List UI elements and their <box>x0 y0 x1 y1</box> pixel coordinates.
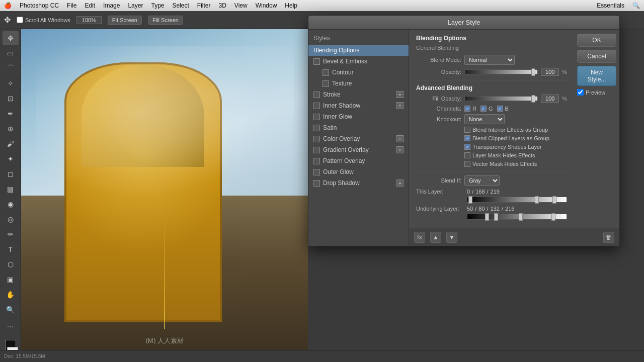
blend-interior-checkbox[interactable] <box>464 127 470 133</box>
fill-opacity-thumb[interactable] <box>531 95 535 103</box>
zoom-tool[interactable]: 🔍 <box>3 303 19 317</box>
blur-tool[interactable]: ◉ <box>3 197 19 211</box>
clone-tool[interactable]: ✦ <box>3 152 19 166</box>
opacity-slider-thumb[interactable] <box>531 68 535 76</box>
bevel-emboss-item[interactable]: Bevel & Emboss <box>308 56 409 67</box>
menu-select[interactable]: Select <box>172 2 189 9</box>
menu-view[interactable]: View <box>234 2 248 9</box>
stroke-add-button[interactable]: + <box>396 91 404 98</box>
color-overlay-checkbox[interactable] <box>313 136 320 142</box>
texture-item[interactable]: Texture <box>308 78 409 89</box>
stroke-checkbox[interactable] <box>313 92 320 98</box>
gradient-tool[interactable]: ▤ <box>3 182 19 196</box>
this-layer-thumb-mid[interactable] <box>535 196 539 204</box>
dodge-tool[interactable]: ◎ <box>3 212 19 226</box>
search-icon[interactable]: 🔍 <box>632 2 640 9</box>
cancel-button[interactable]: Cancel <box>577 50 616 63</box>
move-tool-icon[interactable]: ✥ <box>4 15 11 25</box>
healing-tool[interactable]: ⊕ <box>3 122 19 136</box>
more-tools[interactable]: … <box>3 318 19 332</box>
texture-checkbox[interactable] <box>323 80 329 87</box>
inner-glow-checkbox[interactable] <box>313 114 320 120</box>
menu-layer[interactable]: Layer <box>128 2 143 9</box>
move-down-icon[interactable]: ▼ <box>446 232 457 243</box>
underlying-thumb-left[interactable] <box>485 213 489 221</box>
menu-file[interactable]: File <box>67 2 76 9</box>
contour-checkbox[interactable] <box>323 69 329 76</box>
inner-shadow-checkbox[interactable] <box>313 103 320 109</box>
drop-shadow-item[interactable]: Drop Shadow + <box>308 177 409 189</box>
menu-photoshop[interactable]: Photoshop CC <box>20 2 59 9</box>
knockout-select[interactable]: None Shallow Deep <box>464 114 505 124</box>
color-overlay-add-button[interactable]: + <box>396 135 404 142</box>
zoom-input[interactable] <box>76 16 102 24</box>
underlying-thumb-mid-left[interactable] <box>494 213 498 221</box>
this-layer-slider[interactable] <box>467 197 567 203</box>
satin-checkbox[interactable] <box>313 125 320 131</box>
move-up-icon[interactable]: ▲ <box>430 232 441 243</box>
opacity-input[interactable] <box>541 68 559 76</box>
menu-filter[interactable]: Filter <box>197 2 211 9</box>
fill-opacity-input[interactable] <box>541 95 559 103</box>
menu-type[interactable]: Type <box>151 2 164 9</box>
menu-image[interactable]: Image <box>103 2 120 9</box>
satin-item[interactable]: Satin <box>308 122 409 133</box>
move-tool[interactable]: ✥ <box>3 31 19 45</box>
selection-tool[interactable]: ▭ <box>3 46 19 60</box>
contour-item[interactable]: Contour <box>308 67 409 78</box>
shape-tool[interactable]: ▣ <box>3 273 19 287</box>
gradient-overlay-item[interactable]: Gradient Overlay + <box>308 144 409 155</box>
inner-shadow-add-button[interactable]: + <box>396 102 404 109</box>
blend-mode-select[interactable]: Normal Dissolve Multiply Screen Overlay <box>464 55 515 65</box>
r-channel-checkbox[interactable]: ✓ <box>464 106 470 112</box>
scroll-all-checkbox[interactable] <box>17 17 23 23</box>
eraser-tool[interactable]: ◻ <box>3 167 19 181</box>
underlying-thumb-right[interactable] <box>551 213 555 221</box>
pen-tool[interactable]: ✏ <box>3 227 19 241</box>
transparency-checkbox[interactable]: ✓ <box>464 144 470 150</box>
opacity-slider-track[interactable] <box>464 69 538 74</box>
gradient-overlay-checkbox[interactable] <box>313 147 320 153</box>
color-overlay-item[interactable]: Color Overlay + <box>308 133 409 144</box>
underlying-layer-slider[interactable] <box>467 214 567 220</box>
outer-glow-item[interactable]: Outer Glow <box>308 166 409 177</box>
stroke-item[interactable]: Stroke + <box>308 89 409 100</box>
fit-screen-button[interactable]: Fit Screen <box>108 16 142 25</box>
bevel-emboss-checkbox[interactable] <box>313 58 320 65</box>
layer-mask-checkbox[interactable] <box>464 152 470 158</box>
blend-if-select[interactable]: Gray Red Green Blue <box>464 175 500 186</box>
outer-glow-checkbox[interactable] <box>313 169 320 175</box>
pattern-overlay-item[interactable]: Pattern Overlay <box>308 155 409 166</box>
crop-tool[interactable]: ⊡ <box>3 92 19 106</box>
delete-icon[interactable]: 🗑 <box>603 232 614 243</box>
b-channel-checkbox[interactable]: ✓ <box>497 106 503 112</box>
text-tool[interactable]: T <box>3 242 19 256</box>
path-tool[interactable]: ⬡ <box>3 257 19 272</box>
this-layer-thumb-left[interactable] <box>468 196 472 204</box>
blending-options-item[interactable]: Blending Options <box>308 45 409 56</box>
lasso-tool[interactable]: ⌒ <box>3 61 19 75</box>
menu-3d[interactable]: 3D <box>219 2 226 9</box>
pattern-overlay-checkbox[interactable] <box>313 158 320 164</box>
underlying-thumb-mid-right[interactable] <box>519 213 523 221</box>
new-style-button[interactable]: New Style... <box>577 66 616 86</box>
g-channel-checkbox[interactable]: ✓ <box>480 106 487 112</box>
gradient-overlay-add-button[interactable]: + <box>396 146 404 153</box>
inner-shadow-item[interactable]: Inner Shadow + <box>308 100 409 111</box>
hand-tool[interactable]: ✋ <box>3 288 19 302</box>
eyedropper-tool[interactable]: ✒ <box>3 107 19 121</box>
magic-wand-tool[interactable]: ✧ <box>3 76 19 90</box>
fx-icon[interactable]: fx <box>414 232 425 243</box>
inner-glow-item[interactable]: Inner Glow <box>308 111 409 122</box>
ok-button[interactable]: OK <box>577 34 616 47</box>
menu-window[interactable]: Window <box>256 2 277 9</box>
vector-mask-checkbox[interactable] <box>464 161 470 167</box>
this-layer-thumb-right[interactable] <box>552 196 556 204</box>
fill-opacity-slider[interactable] <box>464 96 538 101</box>
preview-checkbox[interactable] <box>577 89 584 96</box>
blend-clipped-checkbox[interactable]: ✓ <box>464 135 470 141</box>
drop-shadow-checkbox[interactable] <box>313 180 320 187</box>
apple-menu[interactable]: 🍎 <box>4 2 12 9</box>
fill-screen-button[interactable]: Fill Screen <box>148 16 183 25</box>
brush-tool[interactable]: 🖌 <box>3 137 19 151</box>
